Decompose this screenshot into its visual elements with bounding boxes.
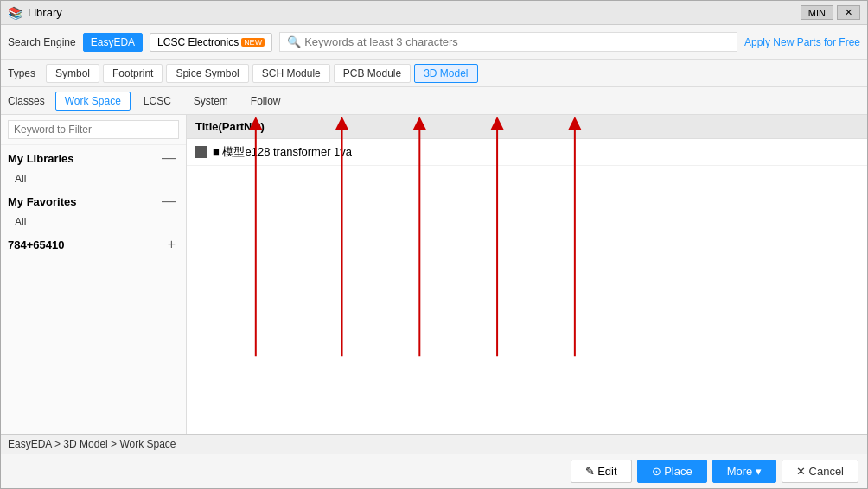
minimize-button[interactable]: MIN: [801, 5, 833, 20]
type-spice-button[interactable]: Spice Symbol: [166, 64, 248, 83]
custom-section-header: 784+65410 +: [1, 232, 186, 256]
custom-section-add-button[interactable]: +: [164, 237, 179, 252]
my-libraries-collapse-button[interactable]: —: [158, 150, 179, 166]
class-workspace-button[interactable]: Work Space: [55, 92, 131, 111]
keyword-filter-input[interactable]: [8, 120, 179, 139]
more-button[interactable]: More ▾: [712, 460, 776, 483]
class-lcsc-button[interactable]: LCSC: [134, 92, 181, 111]
lcsc-engine-button[interactable]: LCSC Electronics NEW: [150, 33, 272, 52]
library-icon: 📚: [8, 6, 22, 20]
result-item-label: ■ 模型e128 transformer 1va: [213, 144, 352, 160]
search-input-wrap: 🔍: [279, 32, 737, 52]
search-icon: 🔍: [287, 35, 301, 48]
result-panel-wrap: Title(PartNO) ■ 模型e128 transformer 1va: [187, 115, 867, 434]
new-badge: NEW: [241, 38, 265, 47]
status-bar: EasyEDA > 3D Model > Work Space: [1, 434, 867, 454]
keyword-filter: [1, 115, 186, 145]
type-3dmodel-button[interactable]: 3D Model: [414, 64, 477, 83]
my-favorites-section-header: My Favorites —: [1, 188, 186, 213]
search-input[interactable]: [304, 35, 730, 48]
sidebar: My Libraries — All My Favorites — All 78…: [1, 115, 187, 434]
result-list: ■ 模型e128 transformer 1va: [187, 139, 867, 434]
my-libraries-section-header: My Libraries —: [1, 145, 186, 169]
classes-label: Classes: [8, 95, 45, 107]
class-follow-button[interactable]: Follow: [241, 92, 290, 111]
window-title: Library: [28, 6, 801, 19]
my-libraries-title: My Libraries: [8, 152, 158, 165]
result-item-icon: [195, 146, 207, 158]
type-sch-button[interactable]: SCH Module: [252, 64, 330, 83]
my-libraries-all-item[interactable]: All: [1, 169, 186, 188]
bottom-bar: ✎ Edit ⊙ Place More ▾ ✕ Cancel: [1, 454, 867, 488]
custom-section-title: 784+65410: [8, 238, 164, 251]
apply-link[interactable]: Apply New Parts for Free: [744, 36, 860, 48]
my-favorites-title: My Favorites: [8, 195, 158, 208]
search-engine-label: Search Engine: [8, 36, 76, 48]
type-pcb-button[interactable]: PCB Module: [334, 64, 411, 83]
types-row: Types Symbol Footprint Spice Symbol SCH …: [1, 60, 867, 87]
class-system-button[interactable]: System: [184, 92, 238, 111]
easyeda-engine-button[interactable]: EasyEDA: [83, 33, 143, 52]
type-footprint-button[interactable]: Footprint: [103, 64, 163, 83]
my-favorites-all-item[interactable]: All: [1, 213, 186, 232]
classes-row: Classes Work Space LCSC System Follow: [1, 87, 867, 115]
place-button[interactable]: ⊙ Place: [637, 460, 707, 483]
result-panel: Title(PartNO) ■ 模型e128 transformer 1va: [187, 115, 867, 434]
types-label: Types: [8, 67, 35, 79]
breadcrumb: EasyEDA > 3D Model > Work Space: [8, 438, 176, 450]
close-button[interactable]: ✕: [837, 5, 860, 20]
cancel-button[interactable]: ✕ Cancel: [782, 460, 858, 483]
my-favorites-collapse-button[interactable]: —: [158, 194, 179, 209]
library-window: 📚 Library MIN ✕ Search Engine EasyEDA LC…: [0, 0, 868, 489]
result-column-header: Title(PartNO): [187, 115, 867, 139]
search-engine-row: Search Engine EasyEDA LCSC Electronics N…: [1, 25, 867, 60]
title-bar: 📚 Library MIN ✕: [1, 1, 867, 25]
type-symbol-button[interactable]: Symbol: [46, 64, 99, 83]
edit-button[interactable]: ✎ Edit: [571, 460, 632, 483]
main-content: My Libraries — All My Favorites — All 78…: [1, 115, 867, 434]
window-controls: MIN ✕: [801, 5, 860, 20]
result-item[interactable]: ■ 模型e128 transformer 1va: [187, 139, 867, 166]
